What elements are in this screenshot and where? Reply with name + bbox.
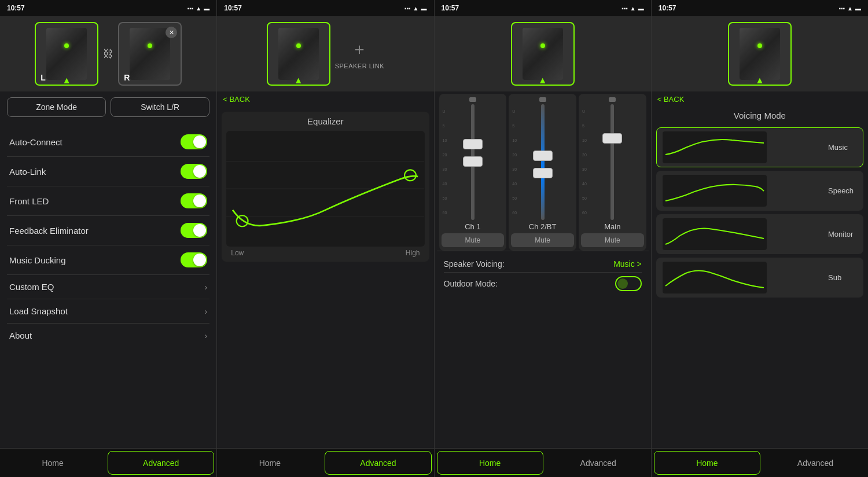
load-snapshot-row[interactable]: Load Snapshot ›	[7, 299, 209, 324]
auto-connect-toggle[interactable]	[181, 134, 207, 149]
speaker-link-plus[interactable]: ＋ SPEAKER LINK	[335, 38, 384, 69]
speaker-voicing-label: Speaker Voicing:	[444, 259, 505, 269]
voicing-monitor-option[interactable]: Monitor	[656, 214, 863, 254]
back-nav-voicing[interactable]: < BACK	[652, 91, 868, 107]
ch2-fader-handle2[interactable]	[533, 168, 553, 178]
ch1-fader-track	[471, 104, 475, 220]
speaker-voicing-value: Music >	[613, 259, 642, 269]
about-label: About	[9, 331, 32, 340]
auto-link-toggle[interactable]	[181, 164, 207, 179]
status-segment-4: 10:57 ▪▪▪ ▲ ▬	[652, 0, 868, 16]
speech-label: Speech	[828, 186, 857, 195]
home-tab-4[interactable]: Home	[654, 451, 760, 475]
speaker-voicing-row[interactable]: Speaker Voicing: Music >	[444, 256, 642, 273]
outdoor-mode-row: Outdoor Mode:	[444, 273, 642, 295]
speaker-label-L: L	[41, 73, 46, 82]
battery-icon-1: ▬	[204, 5, 209, 12]
ch1-dots	[469, 97, 476, 102]
tab-segment-4: Home Advanced	[652, 449, 868, 477]
wifi-icon-3: ▲	[630, 5, 636, 12]
status-icons-2: ▪▪▪ ▲ ▬	[404, 5, 427, 12]
time-1: 10:57	[7, 4, 25, 12]
ch1-fader-handle2[interactable]	[463, 156, 483, 167]
outdoor-mode-label: Outdoor Mode:	[444, 279, 498, 288]
advanced-tab-1[interactable]: Advanced	[108, 451, 214, 475]
music-ducking-row: Music Ducking	[7, 245, 209, 275]
main-dots	[609, 97, 616, 102]
ch1-fader-handle[interactable]	[463, 139, 483, 149]
speaker-box-R[interactable]: R ✕	[118, 22, 182, 86]
plus-icon: ＋	[351, 38, 367, 60]
voicing-music-option[interactable]: Music	[656, 127, 863, 167]
time-2: 10:57	[224, 4, 242, 12]
speaker-box-L[interactable]: L ▲	[35, 22, 98, 86]
status-bar: 10:57 ▪▪▪ ▲ ▬ 10:57 ▪▪▪ ▲ ▬ 10:57 ▪▪▪ ▲ …	[0, 0, 868, 16]
signal-icon-2: ▪▪▪	[404, 5, 411, 12]
about-row[interactable]: About ›	[7, 324, 209, 347]
voicing-info: Speaker Voicing: Music > Outdoor Mode:	[437, 251, 649, 299]
front-led-row: Front LED	[7, 186, 209, 216]
ch2-mute-button[interactable]: Mute	[511, 233, 574, 247]
feedback-eliminator-label: Feedback Eliminator	[9, 226, 89, 236]
advanced-tab-2[interactable]: Advanced	[325, 451, 431, 475]
voicing-content: Music Speech Monitor	[652, 123, 868, 448]
home-tab-2[interactable]: Home	[217, 449, 322, 477]
voicing-options: Music Speech Monitor	[652, 123, 868, 302]
battery-icon-4: ▬	[855, 5, 861, 12]
speaker-label-R: R	[124, 73, 130, 82]
main-fader-handle[interactable]	[602, 133, 622, 144]
advanced-tab-4[interactable]: Advanced	[763, 449, 868, 477]
advanced-tab-3[interactable]: Advanced	[546, 449, 651, 477]
speaker-box-voicing[interactable]: ▲	[728, 22, 792, 86]
voicing-sub-option[interactable]: Sub	[656, 258, 863, 298]
front-led-toggle[interactable]	[181, 193, 207, 208]
auto-connect-label: Auto-Connect	[9, 137, 62, 147]
home-tab-3[interactable]: Home	[437, 451, 543, 475]
voicing-speech-option[interactable]: Speech	[656, 171, 863, 211]
feedback-eliminator-toggle[interactable]	[181, 223, 207, 238]
eq-low-label: Low	[231, 249, 244, 257]
ch2-fader-handle[interactable]	[533, 151, 553, 161]
svg-rect-7	[663, 218, 767, 250]
home-tab-1[interactable]: Home	[0, 449, 105, 477]
speaker-box-mixer[interactable]: ▲	[511, 22, 575, 86]
speaker-arrow-mixer: ▲	[538, 75, 547, 86]
eq-chart[interactable]	[226, 131, 424, 247]
speaker-box-eq[interactable]: ▲	[267, 22, 330, 86]
signal-icon-4: ▪▪▪	[838, 5, 845, 12]
sub-curve	[663, 262, 767, 293]
auto-connect-row: Auto-Connect	[7, 127, 209, 157]
settings-list: Auto-Connect Auto-Link Front LED Feedbac…	[0, 123, 216, 352]
load-snapshot-label: Load Snapshot	[9, 306, 68, 316]
outdoor-mode-toggle[interactable]	[615, 276, 642, 291]
custom-eq-row[interactable]: Custom EQ ›	[7, 275, 209, 299]
signal-icon-1: ▪▪▪	[187, 5, 194, 12]
main-mute-button[interactable]: Mute	[581, 233, 644, 247]
custom-eq-chevron: ›	[205, 282, 208, 292]
svg-rect-6	[663, 175, 767, 207]
panel-equalizer: ▲ ＋ SPEAKER LINK < BACK Equalizer	[217, 16, 434, 477]
panel-settings: L ▲ ⛓ R ✕ Zone Mode Switch L/R Auto-Conn…	[0, 16, 217, 477]
switch-lr-button[interactable]: Switch L/R	[111, 97, 209, 117]
channel-main: U 5 10 20 30 40 50 60	[579, 94, 646, 251]
main-fader-track	[610, 104, 614, 220]
speaker-arrow-voicing: ▲	[755, 75, 764, 86]
speaker-header-1: L ▲ ⛓ R ✕	[0, 16, 216, 91]
status-segment-1: 10:57 ▪▪▪ ▲ ▬	[0, 0, 217, 16]
panel-mixer: ▲ U 5 10	[435, 16, 652, 477]
feedback-eliminator-row: Feedback Eliminator	[7, 216, 209, 245]
music-ducking-toggle[interactable]	[181, 252, 207, 267]
auto-link-label: Auto-Link	[9, 167, 46, 177]
status-segment-2: 10:57 ▪▪▪ ▲ ▬	[217, 0, 434, 16]
ch2-fader-track	[541, 104, 545, 220]
back-nav-eq[interactable]: < BACK	[217, 91, 433, 107]
status-icons-1: ▪▪▪ ▲ ▬	[187, 5, 210, 12]
about-chevron: ›	[205, 331, 208, 340]
time-4: 10:57	[659, 4, 676, 12]
zone-mode-button[interactable]: Zone Mode	[7, 97, 106, 117]
close-button[interactable]: ✕	[165, 27, 177, 38]
ch1-mute-button[interactable]: Mute	[442, 233, 505, 247]
link-chain-icon: ⛓	[103, 48, 113, 60]
music-label: Music	[828, 143, 857, 152]
speaker-image-R	[130, 28, 170, 80]
